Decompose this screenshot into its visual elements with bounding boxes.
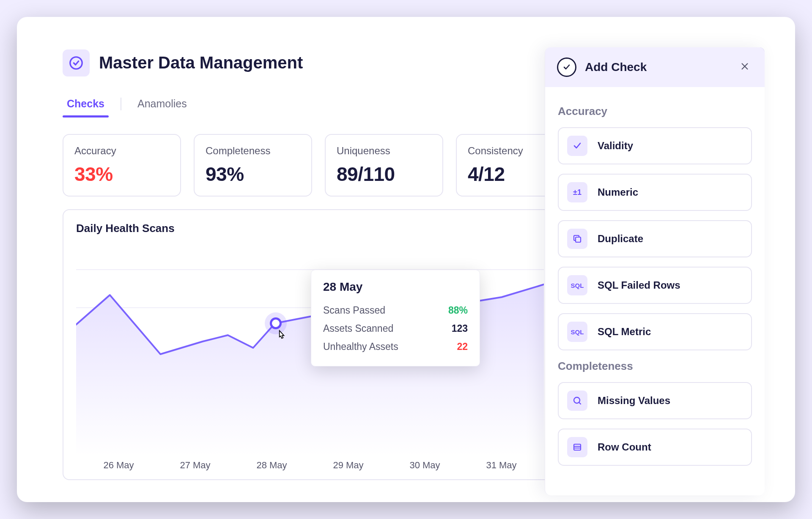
tooltip-row: Scans Passed 88% [323,301,468,320]
check-label: SQL Metric [598,326,651,338]
check-label: Duplicate [598,233,643,245]
tooltip-key: Assets Scanned [323,323,393,334]
stat-label: Accuracy [74,145,169,157]
svg-rect-5 [576,237,581,242]
side-panel: Add Check Accuracy Validity ±1 Numeric [545,47,765,495]
section-label-completeness: Completeness [558,360,752,373]
stat-card-completeness[interactable]: Completeness 93% [194,134,312,197]
rows-icon [567,437,587,457]
check-circle-icon [557,57,576,77]
tab-checks[interactable]: Checks [63,95,109,117]
stat-value: 93% [206,163,300,186]
header-left: Master Data Management [63,49,303,76]
svg-rect-7 [574,444,581,450]
chart-card: Daily Health Scans [63,209,557,480]
chart-x-labels: 26 May 27 May 28 May 29 May 30 May 31 Ma… [76,460,544,471]
check-label: Validity [598,140,633,152]
search-icon [567,391,587,411]
check-duplicate[interactable]: Duplicate [558,220,752,257]
chart-area[interactable]: 28 May Scans Passed 88% Assets Scanned 1… [76,244,544,456]
page-title: Master Data Management [99,53,303,72]
check-label: Numeric [598,186,638,198]
tooltip-value: 22 [457,341,468,352]
x-label: 27 May [157,460,233,471]
plusminus-icon: ±1 [567,182,587,202]
check-missing-values[interactable]: Missing Values [558,382,752,419]
app-window: Master Data Management Health Insights C… [17,17,795,502]
check-row-count[interactable]: Row Count [558,429,752,466]
tooltip-row: Assets Scanned 123 [323,320,468,338]
tab-anomalies[interactable]: Anamolies [133,95,191,117]
stat-card-accuracy[interactable]: Accuracy 33% [63,134,181,197]
pointer-cursor-icon [276,330,287,342]
x-label: 26 May [80,460,157,471]
chart-tooltip: 28 May Scans Passed 88% Assets Scanned 1… [311,270,480,366]
stat-label: Uniqueness [337,145,431,157]
tooltip-value: 88% [448,305,468,316]
panel-title: Add Check [585,60,728,74]
chart-title: Daily Health Scans [76,222,544,235]
tooltip-value: 123 [452,323,468,334]
check-sql-metric[interactable]: SQL SQL Metric [558,313,752,350]
tab-label: Checks [67,98,104,109]
tooltip-key: Scans Passed [323,305,385,316]
check-label: Row Count [598,441,651,453]
tooltip-key: Unhealthy Assets [323,341,398,352]
x-label: 28 May [233,460,310,471]
stat-label: Completeness [206,145,300,157]
check-icon [567,136,587,156]
tooltip-row: Unhealthy Assets 22 [323,338,468,356]
tab-separator [121,98,121,110]
copy-icon [567,229,587,249]
check-numeric[interactable]: ±1 Numeric [558,174,752,211]
panel-body: Accuracy Validity ±1 Numeric Duplicate S… [545,87,765,485]
x-label: 30 May [387,460,463,471]
close-icon[interactable] [737,59,753,76]
tooltip-date: 28 May [323,280,468,294]
stat-value: 89/110 [337,163,431,186]
check-validity[interactable]: Validity [558,127,752,164]
panel-header: Add Check [545,47,765,87]
x-label: 29 May [310,460,387,471]
sql-icon: SQL [567,275,587,295]
stat-card-uniqueness[interactable]: Uniqueness 89/110 [325,134,443,197]
chart-hover-dot [270,317,282,329]
check-sql-failed-rows[interactable]: SQL SQL Failed Rows [558,267,752,304]
check-circle-icon [63,49,90,76]
tab-label: Anamolies [137,98,187,109]
section-label-accuracy: Accuracy [558,105,752,118]
check-label: Missing Values [598,395,670,407]
check-label: SQL Failed Rows [598,279,680,291]
sql-icon: SQL [567,322,587,342]
stat-value: 33% [74,163,169,186]
x-label: 31 May [463,460,540,471]
